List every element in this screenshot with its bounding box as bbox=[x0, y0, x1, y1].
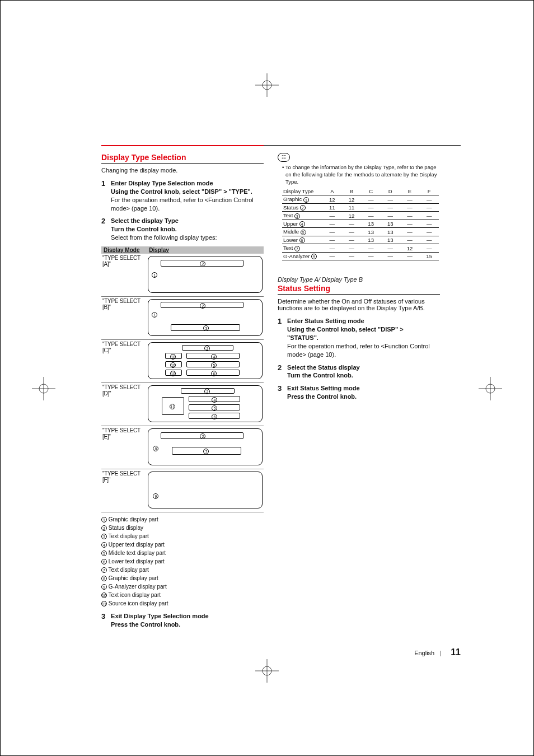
table-header: A bbox=[322, 188, 342, 195]
display-diagram-d: 2 11 4 5 6 bbox=[148, 385, 263, 422]
legend-item: Graphic display part bbox=[109, 575, 158, 581]
table-header: D bbox=[381, 188, 400, 195]
section-subtitle: Changing the display mode. bbox=[101, 167, 264, 174]
row-label: Status 2 bbox=[282, 203, 322, 211]
legend-item: Text icon display part bbox=[109, 592, 161, 598]
step-action: Press the Control knob. bbox=[111, 620, 259, 629]
step-title: Select the display Type bbox=[111, 217, 259, 225]
table-cell: — bbox=[419, 195, 439, 203]
step-3: 3 Exit Display Type Selection mode Press… bbox=[101, 612, 264, 629]
step-number: 1 bbox=[278, 317, 285, 325]
table-row: Status 21111———— bbox=[282, 203, 439, 211]
crop-mark-bottom bbox=[255, 659, 279, 683]
step-note: For the operation method, refer to <Func… bbox=[287, 342, 435, 359]
table-header: C bbox=[361, 188, 381, 195]
legend-item: Source icon display part bbox=[109, 600, 168, 606]
table-cell: — bbox=[419, 203, 439, 211]
table-row: Text 3—12———— bbox=[282, 212, 439, 220]
table-cell: — bbox=[322, 244, 342, 252]
legend-item: Status display bbox=[109, 525, 143, 531]
table-header: F bbox=[419, 188, 439, 195]
step-title: Exit Status Setting mode bbox=[287, 384, 435, 393]
display-legend: 1 Graphic display part 2 Status display … bbox=[101, 516, 264, 608]
mode-label: "TYPE SELECT [D]" bbox=[101, 382, 147, 426]
table-cell: 13 bbox=[361, 228, 381, 236]
table-cell: — bbox=[381, 252, 400, 260]
step-1: 1 Enter Display Type Selection mode Usin… bbox=[101, 179, 264, 212]
step-action: Using the Control knob, select "DISP" > … bbox=[287, 325, 435, 342]
table-cell: — bbox=[342, 236, 362, 244]
mode-label: "TYPE SELECT [E]" bbox=[101, 426, 147, 469]
step-title: Select the Status display bbox=[287, 363, 435, 372]
crop-mark-top bbox=[255, 73, 279, 97]
table-cell: 13 bbox=[361, 220, 381, 227]
right-column: ☷ • To change the information by the Dis… bbox=[278, 153, 440, 405]
table-header: B bbox=[342, 188, 362, 195]
table-cell: — bbox=[419, 244, 439, 252]
display-type-reference-table: Display TypeABCDEF Graphic 11212————Stat… bbox=[282, 188, 439, 260]
table-cell: — bbox=[400, 236, 420, 244]
step-note: For the operation method, refer to <Func… bbox=[111, 196, 259, 213]
table-cell: — bbox=[322, 228, 342, 236]
step-2-right: 2 Select the Status display Turn the Con… bbox=[278, 363, 440, 380]
table-header: Display Type bbox=[282, 188, 322, 195]
row-label: Lower 6 bbox=[282, 236, 322, 244]
table-cell: 13 bbox=[381, 220, 400, 227]
step-number: 3 bbox=[101, 612, 109, 620]
accent-rule bbox=[101, 145, 264, 146]
table-cell: — bbox=[419, 212, 439, 220]
table-cell: — bbox=[381, 195, 400, 203]
step-action: Turn the Control knob. bbox=[287, 371, 435, 380]
table-cell: — bbox=[342, 244, 362, 252]
table-header: Display bbox=[147, 246, 264, 254]
table-cell: — bbox=[381, 212, 400, 220]
legend-item: G-Analyzer display part bbox=[109, 584, 167, 590]
table-cell: 11 bbox=[342, 203, 362, 211]
section-label: Display Type A/ Display Type B bbox=[278, 276, 440, 283]
table-cell: 13 bbox=[361, 236, 381, 244]
table-cell: — bbox=[400, 212, 420, 220]
note-text: • To change the information by the Displ… bbox=[282, 164, 440, 185]
step-number: 3 bbox=[278, 384, 285, 393]
step-title: Enter Status Setting mode bbox=[287, 317, 435, 325]
table-row: Middle 5——1313—— bbox=[282, 228, 439, 236]
table-cell: 13 bbox=[381, 228, 400, 236]
display-diagram-f: 9 bbox=[148, 472, 263, 508]
table-header: E bbox=[400, 188, 420, 195]
table-cell: 15 bbox=[419, 252, 439, 260]
step-note: Select from the following display types: bbox=[111, 234, 259, 242]
step-number: 1 bbox=[101, 179, 109, 188]
left-column: Display Type Selection Changing the disp… bbox=[101, 153, 264, 633]
mode-label: "TYPE SELECT [F]" bbox=[101, 469, 147, 512]
row-label: Graphic 1 bbox=[282, 195, 322, 203]
section-heading-status-setting: Status Setting bbox=[278, 284, 440, 295]
table-cell: — bbox=[322, 220, 342, 227]
table-row: Lower 6——1313—— bbox=[282, 236, 439, 244]
display-diagram-b: 2 1 3 bbox=[148, 299, 263, 336]
table-cell: — bbox=[400, 252, 420, 260]
table-row: Text 7————12— bbox=[282, 244, 439, 252]
legend-item: Text display part bbox=[109, 533, 149, 539]
table-cell: — bbox=[400, 228, 420, 236]
step-1-right: 1 Enter Status Setting mode Using the Co… bbox=[278, 317, 440, 358]
section-heading-display-type: Display Type Selection bbox=[101, 153, 264, 164]
table-cell: 12 bbox=[342, 212, 362, 220]
legend-item: Upper text display part bbox=[109, 542, 165, 548]
table-cell: — bbox=[400, 195, 420, 203]
table-cell: 13 bbox=[381, 236, 400, 244]
row-label: Upper 4 bbox=[282, 220, 322, 227]
table-cell: — bbox=[419, 220, 439, 227]
step-2: 2 Select the display Type Turn the Contr… bbox=[101, 217, 264, 242]
table-cell: — bbox=[322, 236, 342, 244]
legend-item: Middle text display part bbox=[109, 550, 166, 556]
table-header: Display Mode bbox=[101, 246, 147, 254]
row-label: Text 3 bbox=[282, 212, 322, 220]
step-action: Using the Control knob, select "DISP" > … bbox=[111, 188, 259, 196]
table-cell: — bbox=[381, 203, 400, 211]
page-number: 11 bbox=[451, 647, 461, 657]
table-row: Upper 4——1313—— bbox=[282, 220, 439, 227]
table-cell: — bbox=[400, 220, 420, 227]
step-3-right: 3 Exit Status Setting mode Press the Con… bbox=[278, 384, 440, 401]
display-diagram-e: 2 8 7 bbox=[148, 428, 263, 465]
step-title: Exit Display Type Selection mode bbox=[111, 612, 259, 620]
